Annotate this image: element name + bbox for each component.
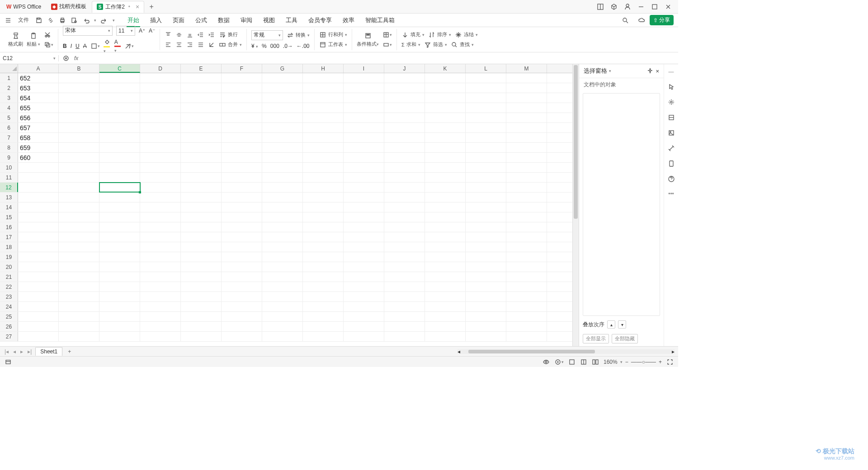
column-header-B[interactable]: B [59, 64, 99, 73]
cancel-fx-icon[interactable] [62, 55, 70, 62]
cell-H18[interactable] [303, 242, 344, 252]
cell-F27[interactable] [222, 332, 262, 341]
font-select[interactable]: 宋体▾ [63, 26, 113, 36]
increase-font-icon[interactable]: A⁺ [139, 28, 145, 34]
cell-E3[interactable] [181, 93, 222, 103]
wrap-text-button[interactable]: 换行 [219, 31, 238, 38]
sort-button[interactable]: 排序▾ [428, 31, 451, 38]
cell-F16[interactable] [222, 222, 262, 232]
help-side-icon[interactable] [668, 175, 675, 183]
cell-E21[interactable] [181, 272, 222, 282]
row-header-27[interactable]: 27 [0, 332, 18, 341]
row-header-1[interactable]: 1 [0, 73, 18, 83]
decrease-indent-icon[interactable] [197, 31, 204, 38]
vscroll-thumb[interactable] [574, 65, 578, 219]
cell-H17[interactable] [303, 232, 344, 242]
cell-J23[interactable] [384, 292, 425, 301]
row-header-24[interactable]: 24 [0, 302, 18, 311]
convert-button[interactable]: 转换▾ [287, 32, 310, 39]
cell-L6[interactable] [466, 123, 506, 132]
cell-L4[interactable] [466, 103, 506, 113]
cell-L12[interactable] [466, 183, 506, 192]
cell-D23[interactable] [140, 292, 181, 301]
add-tab-button[interactable]: + [145, 3, 158, 11]
ribbon-tab-插入[interactable]: 插入 [149, 14, 163, 27]
cell-E18[interactable] [181, 242, 222, 252]
cell-D19[interactable] [140, 252, 181, 262]
undo-icon[interactable] [82, 17, 90, 24]
hscroll-thumb[interactable] [468, 350, 595, 353]
cell-B4[interactable] [59, 103, 99, 113]
link-icon[interactable] [47, 17, 54, 24]
cell-C18[interactable] [99, 242, 140, 252]
cell-E20[interactable] [181, 262, 222, 272]
cell-B12[interactable] [59, 183, 99, 192]
cell-G4[interactable] [262, 103, 303, 113]
cell-F22[interactable] [222, 282, 262, 291]
cell-J22[interactable] [384, 282, 425, 291]
selection-pane-dropdown-icon[interactable]: ▾ [609, 69, 611, 73]
cell-M22[interactable] [506, 282, 547, 291]
column-header-E[interactable]: E [181, 64, 222, 73]
name-box[interactable]: C12 ▾ [0, 55, 59, 61]
select-all-corner[interactable] [0, 64, 18, 73]
cell-L26[interactable] [466, 322, 506, 331]
tools-side-icon[interactable] [668, 145, 675, 152]
cell-G19[interactable] [262, 252, 303, 262]
cell-D2[interactable] [140, 83, 181, 93]
cell-C17[interactable] [99, 232, 140, 242]
cell-H16[interactable] [303, 222, 344, 232]
cell-K26[interactable] [425, 322, 466, 331]
cursor-tool-icon[interactable] [668, 83, 675, 90]
row-header-9[interactable]: 9 [0, 153, 18, 162]
cell-J9[interactable] [384, 153, 425, 162]
cell-B16[interactable] [59, 222, 99, 232]
cell-H20[interactable] [303, 262, 344, 272]
cell-L20[interactable] [466, 262, 506, 272]
cell-M6[interactable] [506, 123, 547, 132]
menu-icon[interactable] [5, 17, 12, 24]
cell-I20[interactable] [344, 262, 384, 272]
cell-H4[interactable] [303, 103, 344, 113]
orientation-icon[interactable] [208, 41, 215, 48]
cell-E15[interactable] [181, 212, 222, 222]
cell-D10[interactable] [140, 163, 181, 172]
cell-I5[interactable] [344, 113, 384, 122]
format-brush-button[interactable]: 格式刷 [8, 32, 23, 47]
cell-J2[interactable] [384, 83, 425, 93]
cell-J25[interactable] [384, 312, 425, 321]
redo-dropdown-icon[interactable]: ▾ [113, 18, 115, 23]
align-right-icon[interactable] [186, 41, 193, 48]
decrease-font-icon[interactable]: A⁻ [149, 28, 155, 34]
cell-K1[interactable] [425, 73, 466, 83]
column-header-D[interactable]: D [140, 64, 181, 73]
cell-F24[interactable] [222, 302, 262, 311]
cell-A18[interactable] [18, 242, 59, 252]
cube-icon[interactable] [610, 3, 618, 10]
cell-D3[interactable] [140, 93, 181, 103]
cell-A7[interactable]: 658 [18, 133, 59, 142]
cell-E1[interactable] [181, 73, 222, 83]
cell-K12[interactable] [425, 183, 466, 192]
column-header-L[interactable]: L [466, 64, 506, 73]
cell-K5[interactable] [425, 113, 466, 122]
print-icon[interactable] [59, 17, 66, 24]
cell-B6[interactable] [59, 123, 99, 132]
cell-F2[interactable] [222, 83, 262, 93]
font-color-button[interactable]: A▾ [114, 39, 121, 53]
cell-E8[interactable] [181, 143, 222, 152]
cell-D1[interactable] [140, 73, 181, 83]
cell-C24[interactable] [99, 302, 140, 311]
justify-icon[interactable] [197, 41, 204, 48]
cell-H13[interactable] [303, 193, 344, 202]
cell-M11[interactable] [506, 173, 547, 182]
cell-G13[interactable] [262, 193, 303, 202]
cell-C21[interactable] [99, 272, 140, 282]
row-header-12[interactable]: 12 [0, 183, 18, 192]
cell-J4[interactable] [384, 103, 425, 113]
cell-C14[interactable] [99, 202, 140, 212]
cell-D24[interactable] [140, 302, 181, 311]
cell-I10[interactable] [344, 163, 384, 172]
cell-M8[interactable] [506, 143, 547, 152]
cell-G22[interactable] [262, 282, 303, 291]
